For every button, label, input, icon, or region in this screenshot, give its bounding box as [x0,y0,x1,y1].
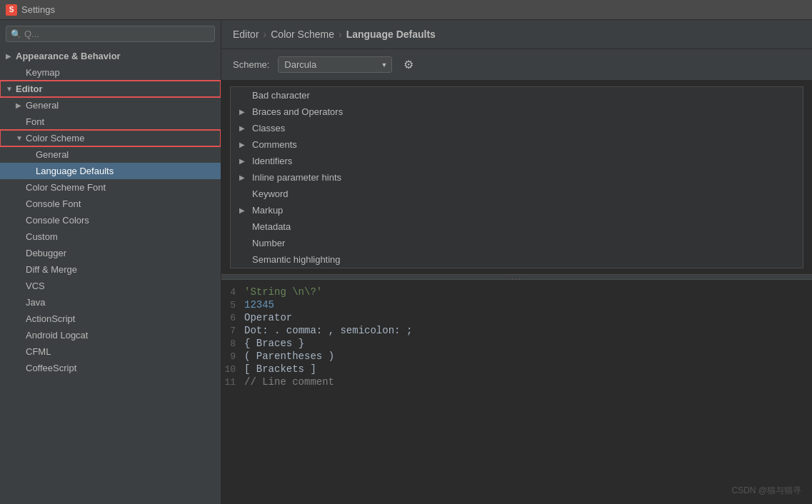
code-content: // Line comment [244,376,334,388]
code-token: [ [244,363,256,375]
expand-arrow-icon: ▶ [239,157,249,165]
sidebar-item-label: General [26,100,215,111]
scheme-list-item[interactable]: Bad character [231,87,803,104]
scheme-list-item-label: Semantic highlighting [252,254,341,265]
sidebar-item-label: Color Scheme [26,133,215,143]
sidebar-item-language-defaults[interactable]: Language Defaults [0,163,221,179]
code-token: 'String \n\?' [244,286,322,298]
app-icon: S [6,4,17,16]
scheme-list[interactable]: Bad character▶Braces and Operators▶Class… [230,86,803,268]
sidebar-item-coffeescript[interactable]: CoffeeScript [0,360,221,376]
expand-arrow-icon: ▶ [239,206,249,214]
title-bar: S Settings [0,0,812,20]
sidebar-item-label: Keymap [26,67,215,78]
line-number: 5 [221,300,244,311]
search-input[interactable] [24,29,210,39]
sidebar-item-debugger[interactable]: Debugger [0,245,221,261]
code-content: [ Brackets ] [244,363,316,375]
sidebar-item-custom[interactable]: Custom [0,228,221,245]
main-container: 🔍 ▶Appearance & BehaviorKeymap▼Editor▶Ge… [0,20,812,504]
sidebar-item-android-logcat[interactable]: Android Logcat [0,327,221,343]
scheme-items-container: Bad character▶Braces and Operators▶Class… [221,81,812,504]
sidebar-item-colorscheme-font[interactable]: Color Scheme Font [0,179,221,196]
scheme-list-item[interactable]: ▶Classes [231,120,803,136]
breadcrumb-sep-1: › [264,29,267,40]
sidebar-item-label: Java [26,297,215,308]
code-token: : ; [394,325,412,336]
sidebar-item-label: Android Logcat [26,330,215,341]
sidebar-item-vcs[interactable]: VCS [0,278,221,294]
scheme-list-item-label: Identifiers [252,156,292,166]
sidebar-item-console-font[interactable]: Console Font [0,196,221,212]
breadcrumb-colorscheme: Color Scheme [271,29,334,40]
sidebar-item-label: CoffeeScript [26,363,215,373]
sidebar-item-label: Appearance & Behavior [16,51,215,61]
sidebar-item-label: Editor [16,84,215,94]
code-content: 12345 [244,299,274,311]
code-token: Parentheses [256,351,322,362]
code-token: Dot [244,325,262,336]
line-number: 9 [221,351,244,362]
scheme-list-item[interactable]: Metadata [231,218,803,235]
scheme-list-item[interactable]: ▶Identifiers [231,153,803,169]
code-token: Operator [244,312,292,323]
scheme-list-item-label: Comments [252,139,297,150]
sidebar-item-label: Debugger [26,248,215,258]
scheme-list-item[interactable]: ▶Inline parameter hints [231,169,803,186]
scheme-select-wrapper[interactable]: Darcula Default High Contrast [278,56,392,73]
line-number: 7 [221,326,244,336]
scheme-select[interactable]: Darcula Default High Contrast [278,56,392,73]
sidebar-item-font[interactable]: Font [0,114,221,130]
sidebar-item-keymap[interactable]: Keymap [0,64,221,81]
sidebar: 🔍 ▶Appearance & BehaviorKeymap▼Editor▶Ge… [0,20,221,504]
sidebar-item-editor[interactable]: ▼Editor [0,81,221,97]
sidebar-item-cfml[interactable]: CFML [0,343,221,360]
sidebar-item-actionscript[interactable]: ActionScript [0,311,221,327]
sidebar-item-label: Font [26,116,215,127]
line-number: 10 [221,364,244,375]
window-title: Settings [21,4,55,15]
scheme-list-item-label: Keyword [252,188,289,199]
sidebar-item-label: CFML [26,346,215,357]
code-lines-container: 4'String \n\?'5123456Operator7Dot: . com… [221,286,812,388]
scheme-list-items-container: Bad character▶Braces and Operators▶Class… [231,87,803,268]
code-token: Braces [256,338,292,349]
sidebar-item-label: Console Colors [26,215,215,226]
scheme-label: Scheme: [233,59,269,70]
right-panel: Editor › Color Scheme › Language Default… [221,20,812,504]
resize-handle[interactable]: ..... [221,274,812,280]
gear-button[interactable]: ⚙ [401,56,416,73]
code-token: Brackets [256,363,304,375]
sidebar-item-appearance[interactable]: ▶Appearance & Behavior [0,48,221,64]
sidebar-item-label: VCS [26,281,215,291]
sidebar-item-label: Diff & Merge [26,264,215,275]
sidebar-item-colorscheme-general[interactable]: General [0,146,221,163]
scheme-list-item-label: Classes [252,123,285,133]
code-token: } [292,338,304,349]
scheme-list-item[interactable]: Semantic highlighting [231,251,803,268]
sidebar-item-general[interactable]: ▶General [0,97,221,114]
sidebar-item-console-colors[interactable]: Console Colors [0,212,221,228]
breadcrumb-editor: Editor [233,29,259,40]
expand-arrow-icon: ▶ [239,124,249,132]
sidebar-item-label: General [36,149,215,160]
code-token: ] [304,363,316,375]
expand-arrow-icon: ▶ [239,173,249,181]
sidebar-item-diff-merge[interactable]: Diff & Merge [0,261,221,278]
code-content: Operator [244,312,292,323]
code-line: 4'String \n\?' [221,286,812,298]
search-box[interactable]: 🔍 [6,26,215,42]
sidebar-item-label: Language Defaults [36,166,215,176]
scheme-list-item[interactable]: Keyword [231,186,803,202]
code-token: comma [286,325,316,336]
scheme-list-item[interactable]: ▶Markup [231,202,803,218]
scheme-list-item[interactable]: ▶Comments [231,136,803,153]
scheme-list-item-label: Bad character [252,90,310,101]
scheme-list-item[interactable]: ▶Braces and Operators [231,104,803,120]
sidebar-item-java[interactable]: Java [0,294,221,311]
sidebar-item-colorscheme[interactable]: ▼Color Scheme [0,130,221,146]
scheme-list-item[interactable]: Number [231,235,803,251]
expand-arrow-icon: ▶ [239,108,249,116]
sidebar-items-container: ▶Appearance & BehaviorKeymap▼Editor▶Gene… [0,48,221,376]
arrow-icon: ▼ [6,85,16,93]
